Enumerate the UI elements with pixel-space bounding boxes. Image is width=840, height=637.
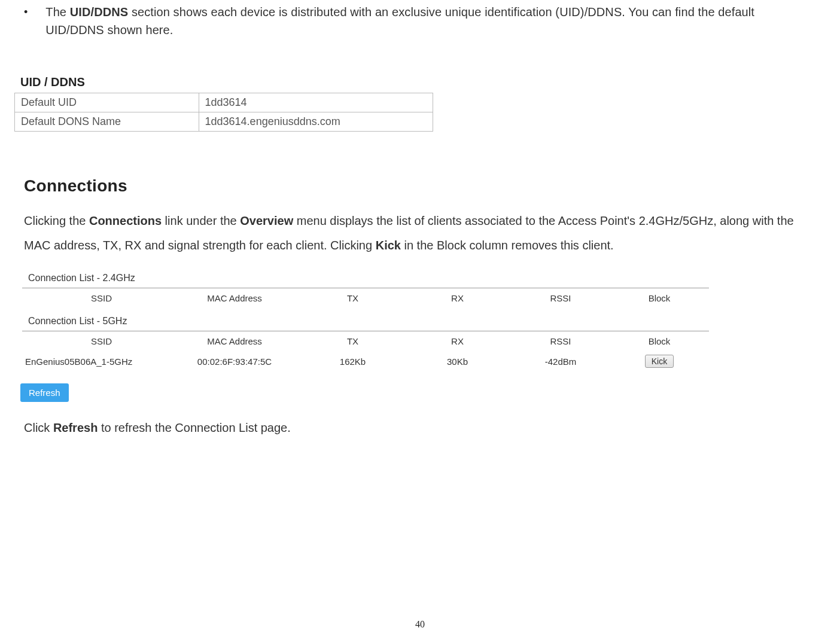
bullet-item: • The UID/DDNS section shows each device…	[24, 0, 816, 39]
col-ssid: SSID	[22, 293, 169, 303]
col-block: Block	[611, 293, 707, 303]
kick-button[interactable]: Kick	[645, 355, 674, 368]
ddns-label: Default DONS Name	[15, 112, 199, 132]
uid-value: 1dd3614	[199, 93, 433, 112]
footer-t2: to refresh the Connection List page.	[98, 421, 290, 434]
bullet-text-before: The	[45, 5, 69, 19]
connection-list-figure: Connection List - 2.4GHz SSID MAC Addres…	[22, 266, 709, 402]
bullet-bold: UID/DDNS	[70, 5, 128, 19]
body-t1: Clicking the	[24, 214, 89, 227]
col-tx: TX	[300, 293, 405, 303]
footer-b1: Refresh	[53, 421, 98, 434]
connections-heading: Connections	[24, 176, 816, 196]
uid-ddns-figure: UID / DDNS Default UID 1dd3614 Default D…	[14, 72, 433, 132]
col-rssi: RSSI	[510, 336, 611, 346]
row-block: Kick	[611, 355, 707, 368]
conn-list-5-title: Connection List - 5GHz	[22, 309, 709, 331]
row-mac: 00:02:6F:93:47:5C	[169, 356, 300, 367]
col-tx: TX	[300, 336, 405, 346]
body-b2: Overview	[240, 214, 293, 227]
table-row: Default DONS Name 1dd3614.engeniusddns.c…	[15, 112, 433, 132]
body-t4: in the Block column removes this client.	[401, 239, 614, 252]
page-number: 40	[415, 619, 425, 630]
table-row: Default UID 1dd3614	[15, 93, 433, 112]
col-rx: RX	[405, 336, 510, 346]
uid-label: Default UID	[15, 93, 199, 112]
body-t2: link under the	[162, 214, 240, 227]
col-block: Block	[611, 336, 707, 346]
connections-body: Clicking the Connections link under the …	[24, 209, 816, 258]
col-rx: RX	[405, 293, 510, 303]
col-mac: MAC Address	[169, 293, 300, 303]
body-b3: Kick	[376, 239, 401, 252]
conn-list-24-title: Connection List - 2.4GHz	[22, 266, 709, 288]
conn-5-headers: SSID MAC Address TX RX RSSI Block	[22, 331, 709, 352]
refresh-button[interactable]: Refresh	[20, 383, 69, 402]
bullet-text: The UID/DDNS section shows each device i…	[45, 3, 816, 39]
body-b1: Connections	[89, 214, 162, 227]
uid-ddns-table: Default UID 1dd3614 Default DONS Name 1d…	[14, 93, 433, 132]
uid-ddns-title: UID / DDNS	[14, 72, 433, 93]
refresh-instruction: Click Refresh to refresh the Connection …	[24, 421, 816, 435]
row-tx: 162Kb	[300, 356, 405, 367]
col-ssid: SSID	[22, 336, 169, 346]
conn-24-headers: SSID MAC Address TX RX RSSI Block	[22, 288, 709, 309]
conn-5-row: EnGenius05B06A_1-5GHz 00:02:6F:93:47:5C …	[22, 352, 709, 373]
row-rx: 30Kb	[405, 356, 510, 367]
row-ssid: EnGenius05B06A_1-5GHz	[22, 356, 169, 367]
bullet-dot: •	[24, 3, 28, 39]
ddns-value: 1dd3614.engeniusddns.com	[199, 112, 433, 132]
row-rssi: -42dBm	[510, 356, 611, 367]
col-rssi: RSSI	[510, 293, 611, 303]
col-mac: MAC Address	[169, 336, 300, 346]
footer-t1: Click	[24, 421, 53, 434]
bullet-text-after: section shows each device is distributed…	[45, 5, 754, 36]
